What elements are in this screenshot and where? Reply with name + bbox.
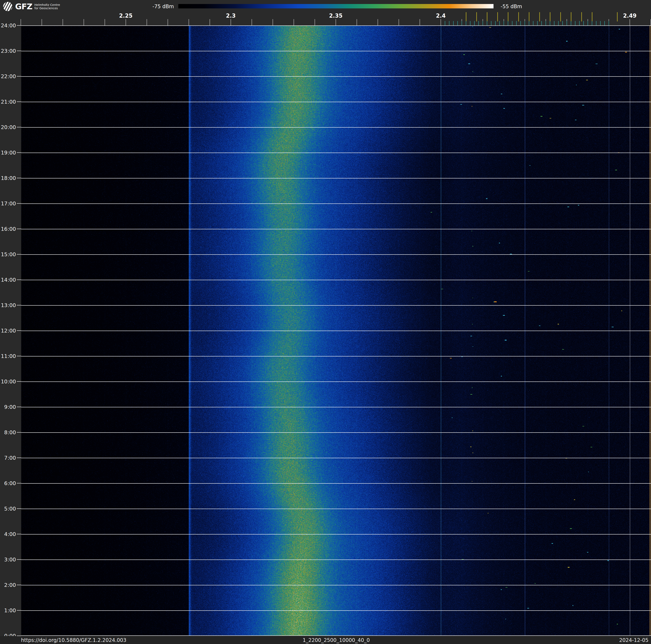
hour-tick (17, 508, 21, 509)
hour-tick (17, 254, 21, 255)
colorbar-min-label: -75 dBm (152, 4, 174, 9)
ble-channel-tick (449, 21, 450, 25)
hour-label: 12:00 (0, 328, 16, 334)
ble-channel-tick (537, 21, 537, 25)
ble-channel-tick (550, 21, 550, 25)
wifi-channel-tick (560, 12, 561, 22)
wifi-channel-tick (550, 12, 550, 22)
ble-channel-tick (445, 21, 445, 25)
wifi-channel-tick (518, 12, 519, 22)
wifi-channel-tick (497, 12, 498, 22)
ble-channel-tick (579, 21, 580, 25)
freq-minor-tick (273, 19, 273, 25)
hour-label: 9:00 (0, 404, 16, 410)
ble-channel-tick (503, 21, 504, 25)
ble-channel-tick (546, 21, 546, 25)
hour-tick (17, 101, 21, 102)
ble-channel-tick (609, 21, 609, 25)
hour-label: 21:00 (0, 99, 16, 105)
hour-label: 24:00 (0, 23, 16, 29)
hour-label: 1:00 (0, 608, 16, 614)
ble-channel-tick (558, 21, 559, 25)
ble-channel-tick (529, 21, 529, 25)
hour-tick (17, 610, 21, 611)
freq-axis-label: 2.25 (119, 12, 132, 19)
freq-minor-tick (315, 19, 315, 25)
freq-axis-label: 2.4 (436, 12, 445, 19)
freq-minor-tick (441, 19, 441, 25)
hour-tick (17, 534, 21, 534)
freq-axis-label: 2.35 (329, 12, 342, 19)
ble-channel-tick (470, 21, 470, 25)
hour-tick (17, 229, 21, 229)
ble-channel-tick (474, 21, 474, 25)
ble-channel-tick (562, 21, 563, 25)
freq-minor-tick (126, 19, 126, 25)
hour-tick (17, 127, 21, 127)
ble-channel-tick (478, 21, 479, 25)
freq-axis-label: 2.49 (623, 12, 637, 19)
hour-label: 17:00 (0, 201, 16, 207)
hour-label: 11:00 (0, 353, 16, 359)
freq-axis-label: 2.3 (226, 12, 236, 19)
ble-channel-tick (566, 21, 567, 25)
freq-minor-tick (189, 19, 189, 25)
hour-label: 6:00 (0, 480, 16, 486)
freq-minor-tick (21, 19, 21, 25)
ble-channel-tick (571, 21, 571, 25)
ble-channel-tick (541, 21, 542, 25)
ble-channel-tick (483, 21, 483, 25)
ble-channel-tick (516, 21, 517, 25)
hour-tick (17, 458, 21, 458)
hour-label: 5:00 (0, 506, 16, 512)
hour-label: 8:00 (0, 430, 16, 436)
wifi-channel-tick (617, 12, 618, 22)
freq-minor-tick (230, 19, 231, 25)
wifi-channel-tick (508, 12, 508, 22)
ble-channel-tick (583, 21, 584, 25)
freq-minor-tick (147, 19, 147, 25)
doi-link-text: https://doi.org/10.5880/GFZ.1.2.2024.003 (21, 637, 126, 643)
ble-channel-tick (575, 21, 576, 25)
brand-wordmark: GFZ (15, 2, 32, 11)
wifi-channel-tick (571, 12, 571, 22)
wifi-channel-tick (476, 12, 477, 22)
hour-tick (17, 76, 21, 77)
ble-channel-tick (495, 21, 496, 25)
hour-tick (17, 356, 21, 356)
hour-label: 7:00 (0, 455, 16, 461)
ble-channel-tick (466, 21, 466, 25)
ble-channel-tick (588, 21, 588, 25)
hour-label: 14:00 (0, 277, 16, 283)
wifi-channel-tick (539, 12, 540, 22)
hour-label: 18:00 (0, 175, 16, 181)
ble-channel-tick (491, 21, 491, 25)
freq-minor-tick (252, 19, 252, 25)
hour-label: 20:00 (0, 124, 16, 130)
hour-tick (17, 25, 21, 26)
spectrogram-page: { "header": { "logo": { "brand": "GFZ", … (0, 0, 651, 644)
hour-label: 15:00 (0, 252, 16, 258)
hour-tick (17, 280, 21, 280)
hour-tick (17, 330, 21, 331)
wifi-channel-tick (487, 12, 488, 22)
hour-label: 3:00 (0, 557, 16, 563)
ble-channel-tick (596, 21, 596, 25)
freq-minor-tick (63, 19, 63, 25)
brand-subtitle-line1: Helmholtz Centre (34, 3, 60, 6)
ble-channel-tick (533, 21, 533, 25)
freq-minor-tick (420, 19, 420, 25)
freq-minor-tick (378, 19, 378, 25)
hour-label: 23:00 (0, 48, 16, 54)
gfz-logo: GFZ Helmholtz Centre for Geosciences (3, 1, 121, 12)
hour-tick (17, 178, 21, 178)
brand-subtitle-line2: for Geosciences (34, 6, 60, 10)
hour-tick (17, 51, 21, 51)
freq-minor-tick (399, 19, 399, 25)
freq-minor-tick (356, 19, 357, 25)
dataset-id-label: 1_2200_2500_10000_40_0 (303, 637, 370, 643)
spectrogram-canvas (21, 25, 651, 636)
date-label: 2024-12-05 (619, 637, 649, 643)
freq-minor-tick (629, 19, 630, 25)
colorbar-max-label: -55 dBm (501, 4, 522, 9)
